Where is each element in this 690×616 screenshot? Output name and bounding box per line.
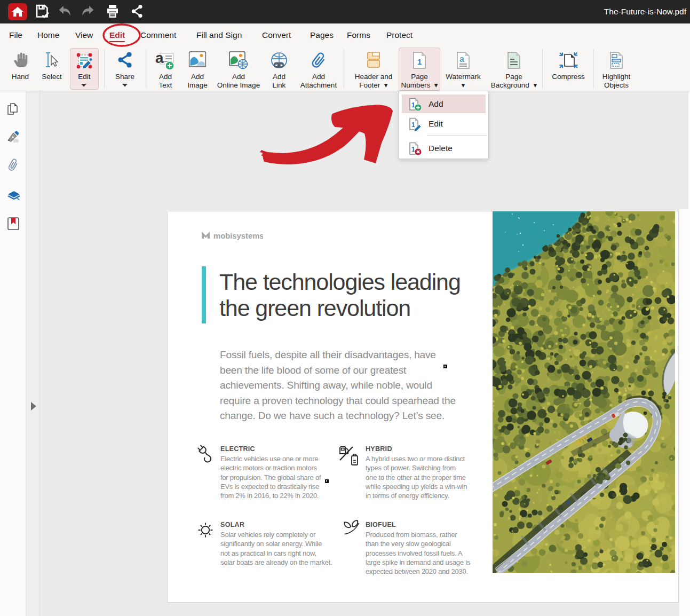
- svg-text:a: a: [155, 51, 164, 66]
- svg-text:a: a: [459, 54, 464, 64]
- svg-text:1: 1: [417, 57, 422, 66]
- svg-text:1: 1: [411, 121, 415, 129]
- svg-text:mobisystems: mobisystems: [213, 232, 263, 240]
